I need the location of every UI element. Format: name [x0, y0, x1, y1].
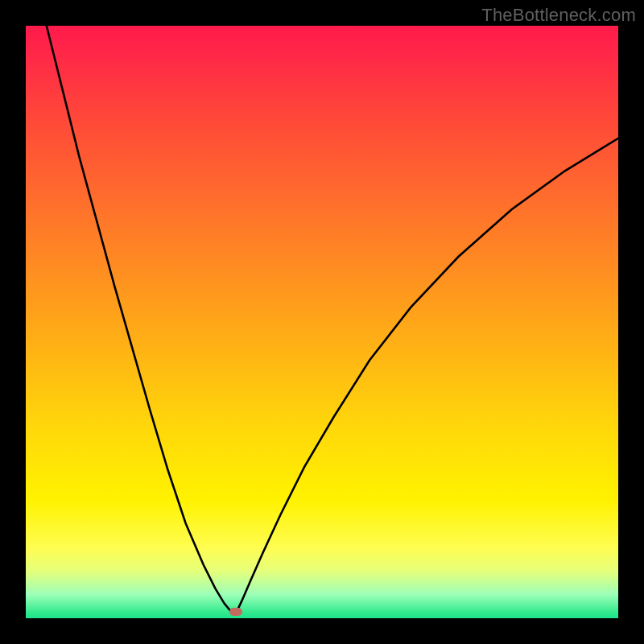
- curve-left-branch: [47, 26, 235, 612]
- curve-right-branch: [237, 138, 618, 612]
- watermark-text: TheBottleneck.com: [481, 5, 636, 26]
- bottleneck-curve: [26, 26, 618, 618]
- plot-area: [26, 26, 618, 618]
- optimum-marker: [229, 608, 242, 616]
- chart-frame: TheBottleneck.com: [0, 0, 644, 644]
